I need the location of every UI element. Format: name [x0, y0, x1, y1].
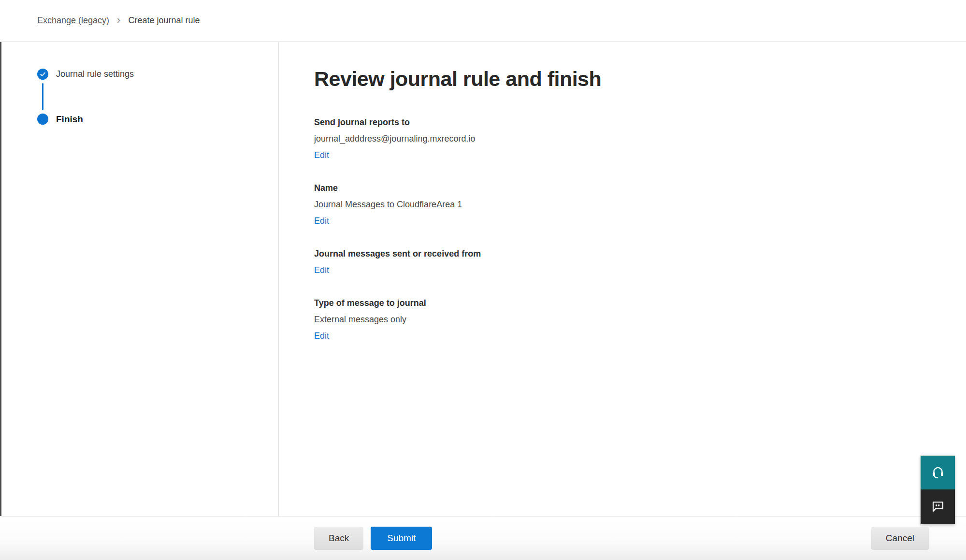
- breadcrumb-bar: Exchange (legacy) › Create journal rule: [0, 0, 966, 42]
- wizard-step-finish[interactable]: Finish: [37, 114, 278, 125]
- section-heading: Name: [314, 183, 937, 193]
- back-button[interactable]: Back: [314, 527, 363, 550]
- section-heading: Type of message to journal: [314, 298, 937, 308]
- section-heading: Send journal reports to: [314, 117, 937, 128]
- page-title: Review journal rule and finish: [314, 67, 937, 91]
- step-completed-check-icon: [37, 69, 48, 80]
- review-section-message-type: Type of message to journal External mess…: [314, 298, 937, 341]
- edit-send-journal-reports-link[interactable]: Edit: [314, 150, 329, 160]
- cancel-button[interactable]: Cancel: [871, 527, 929, 550]
- chevron-right-icon: ›: [117, 15, 120, 26]
- section-value: External messages only: [314, 315, 937, 325]
- chat-bubble-icon: [931, 499, 945, 515]
- wizard-steps-sidebar: Journal rule settings Finish: [0, 42, 279, 516]
- feedback-button[interactable]: [921, 489, 955, 524]
- footer-action-bar: Back Submit Cancel: [0, 516, 966, 560]
- floating-side-buttons: [921, 456, 955, 524]
- section-value: Journal Messages to CloudflareArea 1: [314, 200, 937, 210]
- step-current-dot-icon: [37, 114, 48, 125]
- review-section-send-journal-reports-to: Send journal reports to journal_adddress…: [314, 117, 937, 160]
- review-panel: Review journal rule and finish Send jour…: [279, 42, 966, 516]
- window-left-edge: [0, 42, 1, 516]
- section-heading: Journal messages sent or received from: [314, 249, 937, 259]
- help-button[interactable]: [921, 456, 955, 489]
- review-section-journal-messages-scope: Journal messages sent or received from E…: [314, 249, 937, 275]
- headset-icon: [931, 465, 945, 481]
- breadcrumb: Exchange (legacy) › Create journal rule: [37, 15, 200, 26]
- step-label-finish: Finish: [56, 114, 83, 125]
- step-connector-line: [42, 83, 43, 110]
- section-value: journal_adddress@journaling.mxrecord.io: [314, 134, 937, 144]
- edit-name-link[interactable]: Edit: [314, 216, 329, 226]
- wizard-step-journal-rule-settings[interactable]: Journal rule settings: [37, 69, 278, 80]
- edit-message-type-link[interactable]: Edit: [314, 331, 329, 341]
- edit-journal-messages-scope-link[interactable]: Edit: [314, 265, 329, 275]
- step-label-journal-rule-settings: Journal rule settings: [56, 69, 134, 79]
- exchange-admin-window: { "breadcrumb": { "separator": "›", "ite…: [0, 0, 966, 560]
- breadcrumb-link-exchange-legacy[interactable]: Exchange (legacy): [37, 15, 109, 26]
- review-section-name: Name Journal Messages to CloudflareArea …: [314, 183, 937, 226]
- submit-button[interactable]: Submit: [371, 527, 432, 550]
- breadcrumb-current-page: Create journal rule: [128, 15, 200, 26]
